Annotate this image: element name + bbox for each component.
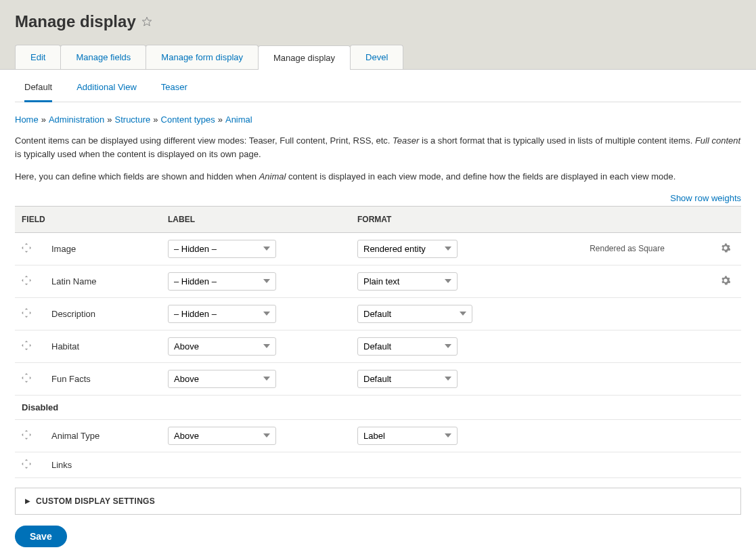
svg-marker-12 — [30, 311, 31, 314]
svg-marker-20 — [30, 376, 31, 379]
label-select[interactable]: – Hidden – — [168, 240, 276, 258]
tab-devel[interactable]: Devel — [350, 45, 403, 69]
label-select[interactable]: Above — [168, 370, 276, 388]
svg-marker-24 — [30, 433, 31, 435]
svg-marker-22 — [25, 438, 28, 439]
drag-handle-icon[interactable] — [22, 459, 32, 471]
svg-marker-8 — [30, 278, 31, 281]
help-text-2: Here, you can define which fields are sh… — [15, 170, 741, 184]
text: is a short format that is typically used… — [419, 135, 695, 146]
text-em: Full content — [695, 135, 740, 146]
text: Here, you can define which fields are sh… — [15, 171, 259, 182]
gear-icon[interactable] — [721, 277, 730, 287]
help-text-1: Content items can be displayed using dif… — [15, 134, 741, 161]
subtab-default[interactable]: Default — [24, 82, 52, 102]
svg-marker-14 — [25, 348, 28, 349]
table-row: Description– Hidden –Default — [15, 297, 741, 330]
svg-marker-26 — [25, 467, 28, 468]
tab-manage-fields[interactable]: Manage fields — [60, 45, 146, 69]
custom-display-label: Custom display settings — [36, 496, 155, 506]
star-icon[interactable] — [141, 16, 152, 27]
formatter-summary — [540, 265, 714, 297]
format-select[interactable]: Default — [357, 305, 472, 323]
breadcrumb-separator: » — [41, 114, 46, 125]
format-select[interactable]: Label — [357, 427, 458, 445]
field-name-label: Description — [51, 309, 95, 319]
label-select[interactable]: Above — [168, 427, 276, 445]
field-display-table: Field Label Format Image– Hidden –Render… — [15, 206, 741, 478]
svg-marker-0 — [142, 17, 151, 26]
custom-display-settings-toggle[interactable]: ▶ Custom display settings — [15, 488, 741, 515]
drag-handle-icon[interactable] — [22, 276, 32, 287]
field-name-label: Links — [51, 460, 72, 470]
drag-handle-icon[interactable] — [22, 373, 32, 385]
format-select[interactable]: Default — [357, 370, 458, 388]
show-row-weights-link[interactable]: Show row weights — [670, 193, 741, 203]
table-row: Image– Hidden –Rendered entityRendered a… — [15, 232, 741, 265]
format-select[interactable]: Default — [357, 337, 458, 356]
label-select[interactable]: – Hidden – — [168, 272, 276, 291]
breadcrumb-separator: » — [153, 114, 158, 125]
region-disabled-header: Disabled — [15, 395, 741, 419]
table-row: Latin Name– Hidden –Plain text — [15, 265, 741, 297]
drag-handle-icon[interactable] — [22, 308, 32, 320]
svg-marker-9 — [25, 308, 28, 310]
svg-marker-1 — [25, 243, 28, 244]
text: Content items can be displayed using dif… — [15, 135, 393, 146]
svg-marker-6 — [25, 283, 28, 284]
table-row: Fun FactsAboveDefault — [15, 362, 741, 395]
secondary-tabs: DefaultAdditional ViewTeaser — [15, 70, 741, 102]
triangle-right-icon: ▶ — [25, 497, 30, 505]
subtab-additional-view[interactable]: Additional View — [76, 82, 137, 102]
breadcrumb-link[interactable]: Structure — [115, 114, 151, 125]
format-select[interactable]: Rendered entity — [357, 240, 458, 258]
formatter-summary — [540, 419, 714, 452]
svg-marker-28 — [30, 462, 31, 465]
svg-marker-21 — [25, 430, 28, 431]
format-select[interactable]: Plain text — [357, 272, 458, 291]
svg-marker-3 — [22, 246, 23, 249]
svg-marker-15 — [22, 343, 23, 346]
label-select[interactable]: Above — [168, 337, 276, 356]
breadcrumb-separator: » — [218, 114, 223, 125]
tab-manage-display[interactable]: Manage display — [258, 45, 351, 70]
tab-manage-form-display[interactable]: Manage form display — [146, 45, 259, 69]
formatter-summary: Rendered as Square — [540, 232, 714, 265]
breadcrumb-separator: » — [107, 114, 112, 125]
field-name-label: Image — [51, 244, 76, 254]
table-row: HabitatAboveDefault — [15, 330, 741, 362]
svg-marker-4 — [30, 246, 31, 249]
gear-icon[interactable] — [721, 244, 730, 255]
svg-marker-5 — [25, 276, 28, 277]
th-label: Label — [161, 206, 351, 232]
page-title: Manage display — [15, 12, 136, 31]
text: is typically used when the content is di… — [15, 149, 261, 159]
svg-marker-13 — [25, 341, 28, 342]
save-button[interactable]: Save — [15, 526, 67, 547]
svg-marker-2 — [25, 251, 28, 252]
svg-marker-19 — [22, 376, 23, 379]
svg-marker-25 — [25, 459, 28, 461]
field-name-label: Latin Name — [51, 276, 96, 286]
text: content is displayed in each view mode, … — [286, 171, 675, 182]
field-name-label: Fun Facts — [51, 374, 91, 384]
breadcrumb-link[interactable]: Animal — [225, 114, 252, 125]
text-em: Teaser — [393, 135, 419, 146]
th-field: Field — [15, 206, 161, 232]
formatter-summary — [540, 330, 714, 362]
drag-handle-icon[interactable] — [22, 341, 32, 352]
label-select[interactable]: – Hidden – — [168, 305, 276, 323]
drag-handle-icon[interactable] — [22, 243, 32, 255]
drag-handle-icon[interactable] — [22, 430, 32, 442]
svg-marker-11 — [22, 311, 23, 314]
breadcrumb-link[interactable]: Content types — [161, 114, 215, 125]
breadcrumb-link[interactable]: Administration — [49, 114, 104, 125]
svg-marker-17 — [25, 373, 28, 375]
tab-edit[interactable]: Edit — [15, 45, 61, 69]
breadcrumb-link[interactable]: Home — [15, 114, 39, 125]
subtab-teaser[interactable]: Teaser — [161, 82, 187, 102]
text-em: Animal — [259, 171, 286, 182]
table-row: Links — [15, 452, 741, 477]
th-format: Format — [351, 206, 741, 232]
formatter-summary — [540, 362, 714, 395]
